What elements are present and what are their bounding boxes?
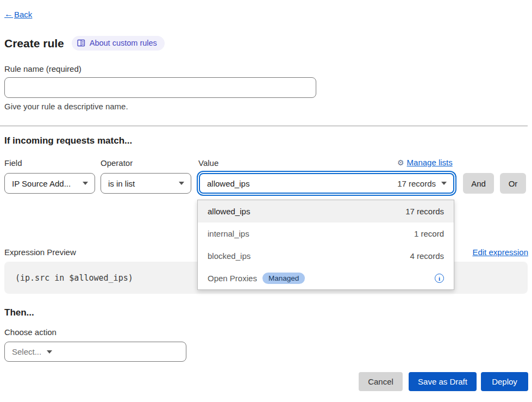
- dropdown-option-internal-ips[interactable]: internal_ips 1 record: [198, 222, 454, 245]
- edit-expression-link[interactable]: Edit expression: [472, 248, 528, 257]
- list-record-count: 17 records: [405, 207, 444, 216]
- value-dropdown-panel: allowed_ips 17 records internal_ips 1 re…: [197, 200, 454, 290]
- and-button[interactable]: And: [463, 173, 494, 194]
- manage-lists-label: Manage lists: [407, 158, 453, 167]
- value-select-records: 17 records: [397, 179, 436, 188]
- action-select[interactable]: Select...: [4, 342, 186, 362]
- chevron-down-icon: [83, 182, 88, 185]
- cancel-button[interactable]: Cancel: [359, 372, 403, 391]
- title-row: Create rule About custom rules: [4, 36, 165, 51]
- create-rule-page: ← Back Create rule About custom rules Ru…: [0, 0, 532, 402]
- value-column-label: Value: [198, 158, 218, 168]
- save-as-draft-button[interactable]: Save as Draft: [409, 372, 477, 391]
- rule-name-label: Rule name (required): [4, 64, 82, 73]
- page-title: Create rule: [4, 37, 64, 50]
- value-select-value: allowed_ips: [207, 179, 397, 188]
- back-arrow-icon: ←: [4, 9, 13, 19]
- book-icon: [77, 39, 85, 47]
- section-divider: [0, 126, 528, 126]
- about-badge-label: About custom rules: [90, 39, 157, 47]
- managed-badge: Managed: [262, 273, 305, 284]
- deploy-button[interactable]: Deploy: [481, 372, 528, 391]
- expression-code: (ip.src in $allowed_ips): [15, 273, 133, 283]
- field-column-label: Field: [4, 158, 22, 168]
- manage-lists-link[interactable]: ⚙ Manage lists: [397, 158, 455, 167]
- about-custom-rules-link[interactable]: About custom rules: [72, 36, 165, 51]
- chevron-down-icon: [441, 182, 447, 185]
- list-name: Open Proxies: [208, 274, 257, 283]
- dropdown-option-open-proxies[interactable]: Open Proxies Managed i: [198, 267, 454, 289]
- operator-select-value: is in list: [108, 179, 173, 188]
- value-select[interactable]: allowed_ips 17 records: [199, 173, 454, 194]
- operator-column-label: Operator: [101, 158, 133, 168]
- field-select-value: IP Source Add...: [12, 179, 77, 188]
- back-link[interactable]: ← Back: [4, 9, 32, 19]
- action-select-placeholder: Select...: [12, 347, 41, 356]
- rule-name-helper-text: Give your rule a descriptive name.: [4, 102, 128, 111]
- list-record-count: 1 record: [414, 229, 444, 238]
- list-record-count: 4 records: [410, 251, 444, 261]
- dropdown-option-allowed-ips[interactable]: allowed_ips 17 records: [198, 200, 454, 222]
- match-section-heading: If incoming requests match...: [4, 135, 132, 146]
- dropdown-option-blocked-ips[interactable]: blocked_ips 4 records: [198, 245, 454, 267]
- chevron-down-icon: [179, 182, 184, 185]
- operator-select[interactable]: is in list: [101, 173, 191, 194]
- list-name: allowed_ips: [208, 207, 405, 216]
- choose-action-label: Choose action: [4, 327, 57, 337]
- gear-icon: ⚙: [397, 159, 404, 166]
- back-link-label: Back: [14, 10, 32, 19]
- then-section-heading: Then...: [4, 307, 34, 318]
- list-name: internal_ips: [208, 229, 414, 238]
- chevron-down-icon: [47, 350, 52, 354]
- expression-preview-label: Expression Preview: [4, 248, 76, 257]
- field-select[interactable]: IP Source Add...: [4, 173, 95, 194]
- rule-name-input[interactable]: [4, 77, 316, 98]
- or-button[interactable]: Or: [500, 173, 526, 194]
- info-icon[interactable]: i: [435, 274, 444, 283]
- list-name: blocked_ips: [208, 251, 410, 261]
